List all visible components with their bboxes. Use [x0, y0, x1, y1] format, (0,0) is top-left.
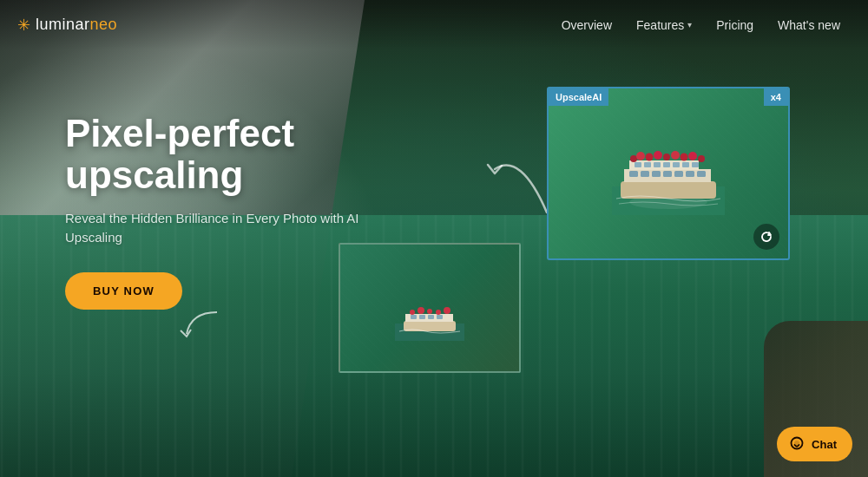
nav-item-whats-new[interactable]: What's new: [767, 11, 851, 39]
svg-rect-4: [419, 315, 425, 319]
svg-point-35: [663, 154, 670, 160]
chat-icon: [789, 436, 805, 452]
svg-rect-26: [654, 162, 661, 167]
nav-links: Overview Features ▾ Pricing What's new: [551, 11, 851, 39]
upscale-badge: UpscaleAI: [549, 88, 608, 106]
nav-features-label: Features: [636, 18, 684, 32]
logo[interactable]: ✳ luminarneo: [17, 16, 117, 35]
svg-rect-17: [629, 171, 638, 177]
nav-whats-new-label: What's new: [778, 18, 840, 32]
buy-now-button[interactable]: BUY NOW: [65, 272, 182, 310]
svg-rect-21: [674, 171, 683, 177]
after-boat: [612, 150, 725, 215]
hero-title-line1: Pixel-perfect: [65, 112, 294, 154]
svg-rect-23: [697, 171, 706, 177]
svg-point-8: [418, 307, 424, 314]
nav-pricing-label: Pricing: [716, 18, 753, 32]
logo-accent: neo: [90, 16, 118, 33]
navbar: ✳ luminarneo Overview Features ▾ Pricing…: [0, 0, 868, 49]
svg-rect-20: [663, 171, 672, 177]
svg-point-38: [688, 152, 697, 160]
svg-point-36: [671, 151, 680, 160]
svg-rect-30: [692, 162, 699, 167]
svg-rect-3: [411, 315, 417, 319]
svg-point-31: [630, 155, 637, 162]
svg-rect-18: [641, 171, 649, 177]
nav-item-pricing[interactable]: Pricing: [706, 11, 764, 39]
svg-point-9: [427, 309, 432, 314]
logo-text: luminarneo: [36, 16, 117, 34]
refresh-icon: [760, 230, 773, 244]
svg-rect-6: [437, 315, 443, 319]
arrow-decoration: [174, 308, 221, 342]
chevron-down-icon: ▾: [687, 20, 692, 29]
nav-overview-label: Overview: [562, 18, 612, 32]
svg-point-32: [636, 152, 645, 160]
svg-point-11: [444, 307, 450, 314]
svg-point-34: [654, 151, 662, 160]
before-boat: [395, 302, 464, 341]
x4-badge: x4: [764, 88, 788, 106]
hero-title: Pixel-perfect upscaling: [65, 113, 378, 197]
svg-rect-5: [428, 315, 434, 319]
hero-title-line2: upscaling: [65, 154, 243, 196]
refresh-button[interactable]: [753, 224, 779, 250]
logo-star-icon: ✳: [17, 16, 30, 35]
svg-rect-19: [652, 171, 661, 177]
after-image: UpscaleAI x4: [547, 87, 790, 260]
svg-rect-29: [682, 162, 689, 167]
svg-point-39: [698, 155, 705, 162]
svg-rect-27: [663, 162, 670, 167]
hero-subtitle: Reveal the Hidden Brilliance in Every Ph…: [65, 209, 378, 248]
svg-rect-25: [644, 162, 651, 167]
chat-button-label: Chat: [812, 438, 837, 451]
svg-rect-24: [635, 162, 641, 167]
svg-point-37: [681, 154, 688, 161]
chat-button[interactable]: Chat: [777, 427, 852, 461]
svg-point-7: [410, 310, 415, 315]
hero-section: Pixel-perfect upscaling Reveal the Hidde…: [65, 113, 378, 310]
svg-rect-22: [686, 171, 694, 177]
logo-main: luminar: [36, 16, 90, 33]
svg-point-33: [646, 154, 654, 161]
nav-item-overview[interactable]: Overview: [551, 11, 622, 39]
svg-rect-28: [673, 162, 680, 167]
nav-item-features[interactable]: Features ▾: [626, 11, 702, 39]
svg-point-10: [436, 310, 441, 315]
